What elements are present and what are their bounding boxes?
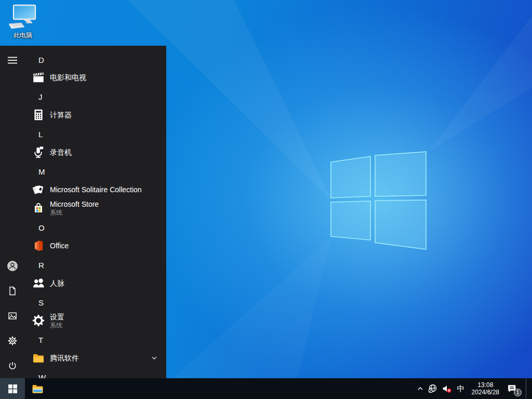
start-app-people[interactable]: 人脉	[25, 275, 166, 291]
user-avatar-icon	[7, 260, 18, 272]
start-app-office[interactable]: Office	[25, 237, 166, 254]
letter-header-s[interactable]: S	[25, 297, 166, 309]
windows-start-icon	[8, 384, 17, 393]
action-center-button[interactable]: 1	[503, 378, 523, 399]
desktop-icon-this-pc[interactable]: 此电脑	[3, 4, 43, 40]
solitaire-icon	[32, 183, 45, 196]
this-pc-icon	[7, 4, 38, 30]
start-app-calculator[interactable]: 计算器	[25, 107, 166, 123]
app-sublabel: 系统	[50, 322, 62, 329]
app-label: 腾讯软件	[50, 350, 79, 366]
clock-time: 13:08	[472, 381, 499, 389]
voice-recorder-icon	[32, 145, 45, 159]
letter-header-d[interactable]: D	[25, 54, 166, 66]
start-folder-tencent[interactable]: 腾讯软件	[25, 350, 166, 366]
start-menu-rail	[0, 46, 25, 378]
document-icon	[7, 286, 18, 296]
volume-muted-icon	[441, 383, 453, 394]
desktop-icon-label: 此电脑	[3, 31, 43, 40]
app-label: 计算器	[50, 107, 72, 123]
microsoft-store-icon	[32, 201, 45, 215]
power-icon	[7, 361, 18, 371]
settings-button[interactable]	[0, 328, 25, 353]
settings-gear-icon	[32, 314, 45, 327]
letter-header-m[interactable]: M	[25, 166, 166, 178]
start-menu: D 电影和电视 J 计算器 L	[0, 46, 166, 378]
show-hidden-icons-button[interactable]	[415, 378, 426, 399]
letter-header-l[interactable]: L	[25, 128, 166, 141]
start-app-voice-recorder[interactable]: 录音机	[25, 144, 166, 161]
start-app-solitaire[interactable]: Microsoft Solitaire Collection	[25, 181, 166, 198]
network-status-button[interactable]	[426, 378, 440, 399]
rail-bottom-buttons	[0, 254, 25, 378]
folder-icon	[32, 351, 45, 365]
start-menu-app-list: D 电影和电视 J 计算器 L	[25, 46, 166, 378]
documents-button[interactable]	[0, 278, 25, 303]
windows-logo-wallpaper	[327, 148, 431, 252]
user-account-button[interactable]	[0, 254, 25, 278]
office-icon	[32, 239, 45, 252]
app-label: Microsoft Store	[50, 200, 99, 209]
app-label: 录音机	[50, 144, 72, 161]
app-label: 电影和电视	[50, 69, 86, 86]
network-no-internet-icon	[428, 383, 438, 394]
movies-tv-icon	[32, 71, 45, 84]
expand-menu-button[interactable]	[0, 48, 25, 73]
start-app-settings[interactable]: 设置 系统	[25, 311, 166, 330]
start-app-movies-tv[interactable]: 电影和电视	[25, 69, 166, 86]
taskbar-file-explorer-button[interactable]	[25, 378, 50, 399]
taskbar-clock[interactable]: 13:08 2024/6/28	[468, 378, 503, 399]
letter-header-t[interactable]: T	[25, 334, 166, 347]
app-label: Microsoft Solitaire Collection	[50, 181, 142, 198]
chevron-down-icon	[151, 354, 158, 362]
pictures-button[interactable]	[0, 303, 25, 328]
clock-date: 2024/6/28	[472, 389, 499, 396]
start-button[interactable]	[0, 378, 25, 399]
system-tray: 中 13:08 2024/6/28 1	[415, 378, 529, 399]
people-icon	[32, 276, 45, 290]
show-desktop-button[interactable]	[526, 378, 529, 399]
gear-icon	[7, 336, 18, 346]
letter-header-r[interactable]: R	[25, 259, 166, 272]
calculator-icon	[32, 108, 45, 122]
file-explorer-icon	[31, 382, 44, 395]
app-label: 设置	[50, 312, 64, 322]
letter-header-o[interactable]: O	[25, 222, 166, 234]
notification-badge: 1	[514, 389, 522, 396]
app-label: 人脉	[50, 275, 64, 291]
chevron-up-icon	[416, 384, 424, 393]
letter-header-j[interactable]: J	[25, 91, 166, 103]
taskbar: 中 13:08 2024/6/28 1	[0, 378, 532, 399]
ime-indicator[interactable]: 中	[454, 378, 468, 399]
start-app-microsoft-store[interactable]: Microsoft Store 系统	[25, 198, 166, 217]
app-label: Office	[50, 237, 69, 254]
pictures-icon	[7, 311, 18, 321]
hamburger-icon	[8, 57, 17, 64]
letter-header-w[interactable]: W	[25, 371, 166, 378]
volume-button[interactable]	[440, 378, 454, 399]
app-sublabel: 系统	[50, 209, 62, 216]
power-button[interactable]	[0, 353, 25, 378]
